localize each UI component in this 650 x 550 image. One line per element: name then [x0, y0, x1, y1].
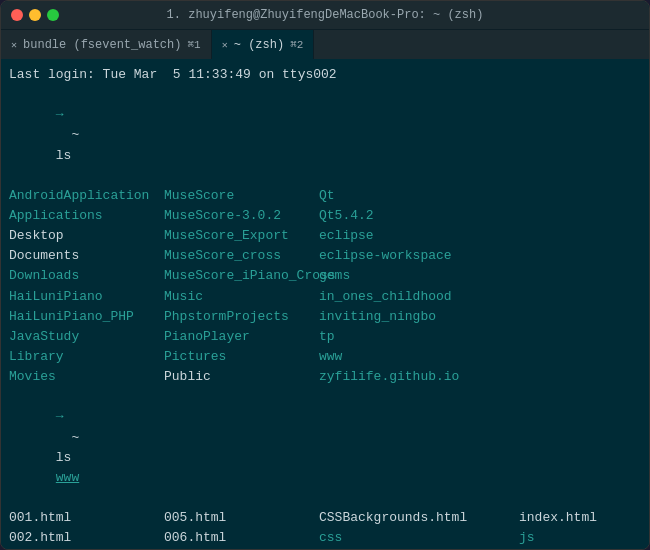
www-item: index.html — [519, 508, 649, 528]
ls-col4-empty — [519, 186, 649, 387]
terminal-content: Last login: Tue Mar 5 11:33:49 on ttys00… — [1, 59, 649, 549]
tab-bundle-label: bundle (fsevent_watch) — [23, 38, 181, 52]
ls-item: inviting_ningbo — [319, 307, 519, 327]
www-item: 006.html — [164, 528, 319, 548]
ls-item: Qt5.4.2 — [319, 206, 519, 226]
ls-item: MuseScore — [164, 186, 319, 206]
ls-item: Library — [9, 347, 164, 367]
minimize-button[interactable] — [29, 9, 41, 21]
www-col3: CSSBackgrounds.html css demo_test.asp im… — [319, 508, 519, 549]
ls-item: PhpstormProjects — [164, 307, 319, 327]
close-button[interactable] — [11, 9, 23, 21]
ls-item: eclipse-workspace — [319, 246, 519, 266]
prompt-tilde: ~ — [56, 127, 87, 142]
ls-item: Applications — [9, 206, 164, 226]
login-line: Last login: Tue Mar 5 11:33:49 on ttys00… — [9, 65, 641, 85]
www-item: demo_test.asp — [319, 548, 519, 549]
prompt-cmd: ls — [56, 148, 72, 163]
ls-item: MuseScore_iPiano_Cross — [164, 266, 319, 286]
tab-zsh-label: ~ (zsh) — [234, 38, 284, 52]
tab-bundle-cmd: ⌘1 — [187, 38, 200, 51]
prompt-cmd2: ls — [56, 450, 79, 465]
www-item: css — [319, 528, 519, 548]
ls-item: Desktop — [9, 226, 164, 246]
www-item: 001.html — [9, 508, 164, 528]
www-item: 003.html — [9, 548, 164, 549]
ls-item: Downloads — [9, 266, 164, 286]
www-col1: 001.html 002.html 003.html 004.html — [9, 508, 164, 549]
www-item: CSSBackgrounds.html — [319, 508, 519, 528]
tabbar: ✕ bundle (fsevent_watch) ⌘1 ✕ ~ (zsh) ⌘2 — [1, 29, 649, 59]
terminal-window: 1. zhuyifeng@ZhuyifengDeMacBook-Pro: ~ (… — [0, 0, 650, 550]
tab-zsh-cmd: ⌘2 — [290, 38, 303, 51]
ls-output: AndroidApplication Applications Desktop … — [9, 186, 641, 387]
ls-item: MuseScore-3.0.2 — [164, 206, 319, 226]
prompt-ls-www: → ~ ls www — [9, 387, 641, 508]
prompt-www: www — [56, 470, 79, 485]
ls-item: Music — [164, 287, 319, 307]
ls-item: gems — [319, 266, 519, 286]
ls-item: Qt — [319, 186, 519, 206]
www-col4: index.html js php — [519, 508, 649, 549]
tab-zsh-close-icon[interactable]: ✕ — [222, 39, 228, 51]
ls-item: Documents — [9, 246, 164, 266]
www-item: 005.html — [164, 508, 319, 528]
www-item: php — [519, 548, 649, 549]
ls-item: MuseScore_Export — [164, 226, 319, 246]
www-output: 001.html 002.html 003.html 004.html 005.… — [9, 508, 641, 549]
tab-close-icon[interactable]: ✕ — [11, 39, 17, 51]
ls-item: eclipse — [319, 226, 519, 246]
tab-zsh[interactable]: ✕ ~ (zsh) ⌘2 — [212, 30, 315, 59]
prompt-ls: → ~ ls — [9, 85, 641, 186]
ls-item: Movies — [9, 367, 164, 387]
www-col2: 005.html 006.html 007.html 008.html — [164, 508, 319, 549]
ls-col3: Qt Qt5.4.2 eclipse eclipse-workspace gem… — [319, 186, 519, 387]
ls-item: HaiLuniPiano_PHP — [9, 307, 164, 327]
ls-item: in_ones_childhood — [319, 287, 519, 307]
www-item: 002.html — [9, 528, 164, 548]
ls-item: PianoPlayer — [164, 327, 319, 347]
ls-item: zyfilife.github.io — [319, 367, 519, 387]
ls-item: MuseScore_cross — [164, 246, 319, 266]
ls-item: Public — [164, 367, 319, 387]
titlebar: 1. zhuyifeng@ZhuyifengDeMacBook-Pro: ~ (… — [1, 1, 649, 29]
www-item: js — [519, 528, 649, 548]
prompt-tilde2: ~ — [56, 430, 87, 445]
ls-col1: AndroidApplication Applications Desktop … — [9, 186, 164, 387]
ls-item: JavaStudy — [9, 327, 164, 347]
ls-item: AndroidApplication — [9, 186, 164, 206]
ls-item: HaiLuniPiano — [9, 287, 164, 307]
traffic-lights — [11, 9, 59, 21]
ls-item: Pictures — [164, 347, 319, 367]
maximize-button[interactable] — [47, 9, 59, 21]
ls-item: tp — [319, 327, 519, 347]
tab-bundle[interactable]: ✕ bundle (fsevent_watch) ⌘1 — [1, 30, 212, 59]
ls-item: www — [319, 347, 519, 367]
prompt-arrow: → — [56, 107, 64, 122]
www-item: 007.html — [164, 548, 319, 549]
window-title: 1. zhuyifeng@ZhuyifengDeMacBook-Pro: ~ (… — [167, 8, 484, 22]
ls-col2: MuseScore MuseScore-3.0.2 MuseScore_Expo… — [164, 186, 319, 387]
prompt-arrow2: → — [56, 409, 64, 424]
